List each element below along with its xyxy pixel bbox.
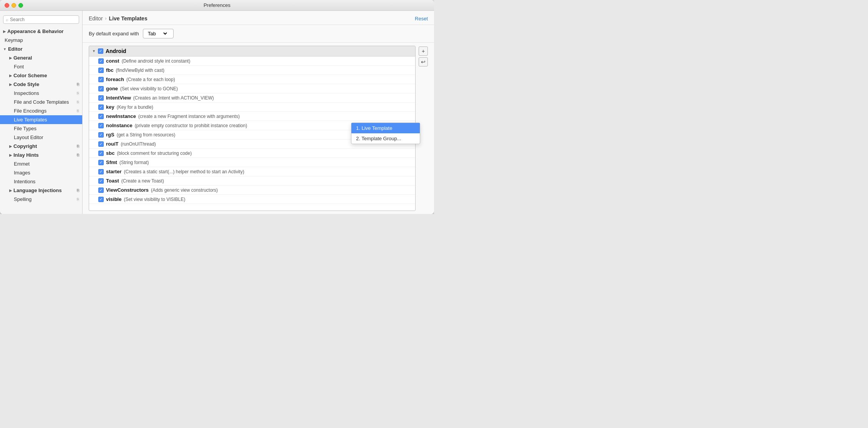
sidebar-item-inlay-hints[interactable]: ▶ Inlay Hints ⎘ (0, 151, 82, 159)
template-checkbox[interactable] (98, 169, 104, 174)
sidebar-item-color-scheme[interactable]: ▶ Color Scheme (0, 71, 82, 80)
template-desc: (get a String from resources) (117, 132, 176, 138)
side-controls: + ↩ 1. Live Template 2. Template Group..… (419, 46, 428, 211)
template-checkbox[interactable] (98, 86, 104, 91)
sidebar-item-general[interactable]: ▶ General (0, 53, 82, 62)
copy-icon: ⎘ (77, 197, 79, 201)
template-abbr: ViewConstructors (106, 187, 149, 193)
sidebar-item-layout-editor[interactable]: Layout Editor (0, 133, 82, 142)
template-abbr: foreach (106, 76, 124, 82)
chevron-right-icon: ▶ (9, 189, 12, 192)
sidebar-item-language-injections[interactable]: ▶ Language Injections ⎘ (0, 186, 82, 195)
template-item[interactable]: sbc (block comment for structuring code) (89, 149, 415, 158)
panel-body: ▼ Android const (Define android style in… (83, 43, 434, 214)
template-checkbox[interactable] (98, 187, 104, 193)
template-item[interactable]: visible (Set view visibility to VISIBLE) (89, 195, 415, 204)
sidebar-item-file-types[interactable]: File Types (0, 124, 82, 133)
template-item[interactable]: const (Define android style int constant… (89, 56, 415, 66)
chevron-down-icon: ▼ (92, 49, 96, 53)
sidebar-item-copyright[interactable]: ▶ Copyright ⎘ (0, 142, 82, 151)
group-name: Android (106, 48, 126, 54)
template-abbr: starter (106, 169, 121, 174)
template-item[interactable]: key (Key for a bundle) (89, 103, 415, 112)
android-group-checkbox[interactable] (98, 48, 103, 54)
template-item[interactable]: gone (Set view visibility to GONE) (89, 84, 415, 93)
template-desc: (Set view visibility to GONE) (120, 86, 178, 91)
sidebar-item-appearance[interactable]: ▶ Appearance & Behavior (0, 27, 82, 36)
panel-header: Editor › Live Templates Reset (83, 11, 434, 25)
template-item[interactable]: fbc (findViewByld with cast) (89, 66, 415, 75)
template-checkbox[interactable] (98, 95, 104, 101)
template-checkbox[interactable] (98, 160, 104, 165)
sidebar-item-intentions[interactable]: Intentions (0, 177, 82, 186)
copy-icon: ⎘ (77, 188, 79, 192)
copy-icon: ⎘ (77, 100, 79, 104)
search-icon: ⌕ (6, 17, 8, 22)
dropdown-live-template[interactable]: 1. Live Template (351, 123, 420, 133)
template-desc: (Create a new Toast) (121, 178, 164, 184)
sidebar-item-font[interactable]: Font (0, 62, 82, 71)
template-desc: (Key for a bundle) (117, 105, 153, 110)
sidebar-item-images[interactable]: Images (0, 168, 82, 177)
search-box[interactable]: ⌕ (3, 15, 79, 24)
template-checkbox[interactable] (98, 58, 104, 64)
template-item[interactable]: starter (Creates a static start(...) hel… (89, 167, 415, 176)
close-button[interactable] (5, 3, 9, 8)
preferences-window: Preferences ⌕ ▶ Appearance & Behavior Ke… (0, 0, 434, 214)
template-abbr: sbc (106, 150, 114, 156)
template-abbr: IntentView (106, 95, 131, 101)
template-desc: (Creates a static start(...) helper meth… (124, 169, 244, 174)
chevron-right-icon: ▶ (9, 83, 12, 86)
dropdown-template-group[interactable]: 2. Template Group... (351, 133, 420, 144)
copy-icon: ⎘ (77, 144, 79, 148)
template-type-dropdown: 1. Live Template 2. Template Group... (351, 123, 420, 144)
template-checkbox[interactable] (98, 151, 104, 156)
template-item[interactable]: newInstance (create a new Fragment insta… (89, 112, 415, 121)
template-desc: (findViewByld with cast) (116, 68, 165, 73)
minimize-button[interactable] (12, 3, 16, 8)
sidebar-item-editor[interactable]: ▼ Editor (0, 45, 82, 53)
sidebar-item-inspections[interactable]: Inspections ⎘ (0, 89, 82, 98)
template-checkbox[interactable] (98, 178, 104, 184)
right-panel: Editor › Live Templates Reset By default… (83, 11, 434, 214)
template-item[interactable]: ViewConstructors (Adds generic view cons… (89, 186, 415, 195)
template-checkbox[interactable] (98, 141, 104, 147)
chevron-right-icon: ▶ (3, 30, 6, 33)
sidebar-item-keymap[interactable]: Keymap (0, 36, 82, 45)
template-checkbox[interactable] (98, 132, 104, 138)
template-item[interactable]: IntentView (Creates an Intent with ACTIO… (89, 93, 415, 103)
sidebar-item-file-code-templates[interactable]: File and Code Templates ⎘ (0, 98, 82, 106)
template-abbr: Sfmt (106, 159, 117, 165)
template-checkbox[interactable] (98, 197, 104, 202)
copy-icon: ⎘ (77, 82, 79, 86)
add-button[interactable]: + (419, 46, 428, 56)
sidebar-item-file-encodings[interactable]: File Encodings ⎘ (0, 106, 82, 115)
template-desc: (String format) (119, 160, 149, 165)
template-checkbox[interactable] (98, 105, 104, 110)
sidebar-item-spelling[interactable]: Spelling ⎘ (0, 195, 82, 204)
template-item[interactable]: foreach (Create a for each loop) (89, 75, 415, 84)
template-item[interactable]: Sfmt (String format) (89, 158, 415, 167)
template-group-android[interactable]: ▼ Android (89, 46, 415, 56)
expand-select[interactable]: Tab Enter Space (143, 29, 174, 38)
sidebar-item-live-templates[interactable]: Live Templates (0, 115, 82, 124)
template-checkbox[interactable] (98, 123, 104, 128)
template-checkbox[interactable] (98, 114, 104, 119)
chevron-right-icon: ▶ (9, 153, 12, 157)
breadcrumb: Editor › Live Templates (89, 15, 147, 22)
sidebar-item-code-style[interactable]: ▶ Code Style ⎘ (0, 80, 82, 89)
template-abbr: key (106, 104, 114, 110)
breadcrumb-separator: › (105, 16, 107, 21)
undo-button[interactable]: ↩ (419, 57, 428, 66)
template-desc: (block comment for structuring code) (117, 151, 192, 156)
template-checkbox[interactable] (98, 77, 104, 82)
reset-button[interactable]: Reset (415, 16, 428, 22)
template-checkbox[interactable] (98, 68, 104, 73)
chevron-right-icon: ▶ (9, 56, 12, 60)
expand-dropdown[interactable]: Tab Enter Space (146, 30, 168, 37)
template-item[interactable]: Toast (Create a new Toast) (89, 176, 415, 186)
search-input[interactable] (10, 17, 76, 22)
template-desc: (private empty constructor to prohibit i… (135, 123, 247, 128)
sidebar-item-emmet[interactable]: Emmet (0, 159, 82, 168)
maximize-button[interactable] (18, 3, 23, 8)
